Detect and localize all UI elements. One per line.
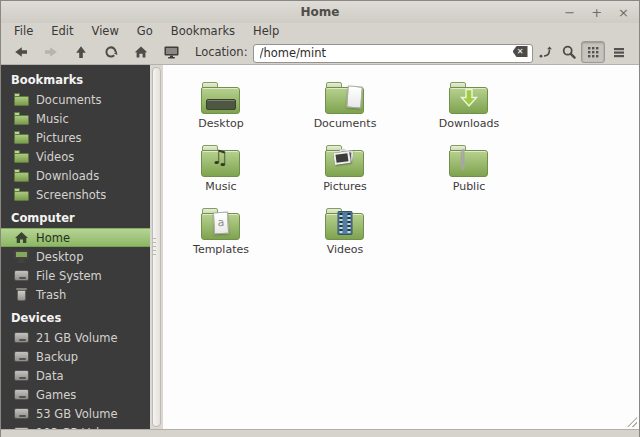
home-icon: [14, 231, 29, 244]
file-view[interactable]: Desktop Documents Downloads: [163, 65, 639, 429]
file-label: Pictures: [323, 180, 367, 193]
file-templates[interactable]: a Templates: [165, 208, 277, 271]
drive-icon: [14, 269, 29, 282]
location-label: Location:: [195, 45, 248, 59]
forward-icon: [43, 44, 59, 60]
computer-button[interactable]: [156, 41, 186, 63]
file-label: Videos: [327, 243, 364, 256]
menu-file[interactable]: File: [5, 23, 42, 39]
menu-bookmarks[interactable]: Bookmarks: [162, 23, 244, 39]
sidebar-header-computer: Computer: [1, 208, 150, 228]
menu-go[interactable]: Go: [128, 23, 162, 39]
pane-separator[interactable]: [150, 65, 163, 429]
location-input[interactable]: [253, 44, 533, 63]
toolbar: Location: ✕: [1, 39, 639, 64]
compact-view-button[interactable]: [633, 41, 640, 63]
photo-stack-icon: [334, 151, 356, 167]
drive-icon: [14, 350, 29, 363]
sidebar-item-label: Backup: [36, 350, 78, 364]
template-paper-icon: a: [213, 212, 229, 235]
sidebar-item-backup[interactable]: Backup: [1, 347, 150, 366]
sidebar-item-label: Desktop: [36, 250, 83, 264]
search-button[interactable]: [557, 41, 581, 63]
sidebar-item-label: Documents: [36, 93, 102, 107]
close-button[interactable]: ×: [618, 6, 629, 19]
sidebar-item-label: 53 GB Volume: [36, 407, 118, 421]
pictures-folder-icon: [325, 145, 365, 178]
drive-icon: [14, 331, 29, 344]
sidebar-item-file-system[interactable]: File System: [1, 266, 150, 285]
titlebar[interactable]: Home − + ×: [1, 1, 639, 23]
reload-icon: [103, 44, 119, 60]
file-label: Templates: [193, 243, 249, 256]
file-downloads[interactable]: Downloads: [413, 82, 525, 145]
icon-view-button[interactable]: [581, 41, 605, 63]
sidebar-item-music[interactable]: Music: [1, 109, 150, 128]
trash-icon: [14, 288, 29, 301]
location-bar: ✕: [253, 42, 533, 61]
list-view-button[interactable]: [607, 41, 631, 63]
folder-icon: [14, 150, 29, 163]
sidebar-item-pictures[interactable]: Pictures: [1, 128, 150, 147]
file-label: Music: [205, 180, 236, 193]
sidebar-item-label: Pictures: [36, 131, 82, 145]
file-music[interactable]: ♫ Music: [165, 145, 277, 208]
templates-folder-icon: a: [201, 208, 241, 241]
file-documents[interactable]: Documents: [289, 82, 401, 145]
file-videos[interactable]: Videos: [289, 208, 401, 271]
sidebar-item-label: Screenshots: [36, 188, 106, 202]
sidebar-item-downloads[interactable]: Downloads: [1, 166, 150, 185]
sidebar-item-trash[interactable]: Trash: [1, 285, 150, 304]
drive-icon: [14, 369, 29, 382]
sidebar-item-desktop[interactable]: Desktop: [1, 247, 150, 266]
sidebar-item-label: Data: [36, 369, 63, 383]
up-icon: [73, 44, 89, 60]
computer-icon: [163, 44, 180, 60]
view-toggle-group: [581, 41, 640, 63]
file-pictures[interactable]: Pictures: [289, 145, 401, 208]
videos-folder-icon: [325, 208, 365, 241]
home-button[interactable]: [126, 41, 156, 63]
menu-help[interactable]: Help: [244, 23, 288, 39]
desktop-folder-icon: [201, 82, 241, 115]
toggle-location-entry-button[interactable]: [533, 41, 557, 63]
window-title: Home: [1, 5, 639, 19]
sidebar-item-21gb-volume[interactable]: 21 GB Volume: [1, 328, 150, 347]
minimize-button[interactable]: −: [564, 6, 575, 19]
menu-edit[interactable]: Edit: [42, 23, 82, 39]
file-label: Downloads: [439, 117, 499, 130]
file-desktop[interactable]: Desktop: [165, 82, 277, 145]
sidebar-item-53gb-volume[interactable]: 53 GB Volume: [1, 404, 150, 423]
up-button[interactable]: [66, 41, 96, 63]
downloads-folder-icon: [449, 82, 489, 115]
file-public[interactable]: Public: [413, 145, 525, 208]
back-button[interactable]: [6, 41, 36, 63]
folder-icon: [14, 112, 29, 125]
maximize-button[interactable]: +: [591, 6, 602, 19]
sidebar-item-data[interactable]: Data: [1, 366, 150, 385]
sidebar-item-documents[interactable]: Documents: [1, 90, 150, 109]
sidebar-item-screenshots[interactable]: Screenshots: [1, 185, 150, 204]
file-label: Public: [453, 180, 486, 193]
sidebar-item-games[interactable]: Games: [1, 385, 150, 404]
person-icon: [461, 150, 478, 169]
sidebar-item-videos[interactable]: Videos: [1, 147, 150, 166]
separator-grip-icon: [153, 238, 156, 256]
menu-view[interactable]: View: [83, 23, 128, 39]
forward-button[interactable]: [36, 41, 66, 63]
reload-button[interactable]: [96, 41, 126, 63]
folder-icon: [14, 131, 29, 144]
download-arrow-icon: [459, 88, 479, 112]
icon-grid: Desktop Documents Downloads: [163, 65, 553, 271]
resize-grip[interactable]: [627, 417, 637, 427]
documents-folder-icon: [325, 82, 365, 115]
sidebar-item-103gb-volume[interactable]: 103 GB Volume: [1, 423, 150, 429]
menubar: File Edit View Go Bookmarks Help: [1, 23, 639, 39]
icon-view-icon: [586, 45, 600, 59]
list-view-icon: [612, 45, 626, 59]
sidebar-item-home[interactable]: Home: [1, 228, 150, 247]
drive-icon: [14, 388, 29, 401]
file-manager-window: Home − + × File Edit View Go Bookmarks H…: [0, 0, 640, 437]
monitor-icon: [14, 250, 29, 263]
sidebar-item-label: Home: [36, 231, 70, 245]
